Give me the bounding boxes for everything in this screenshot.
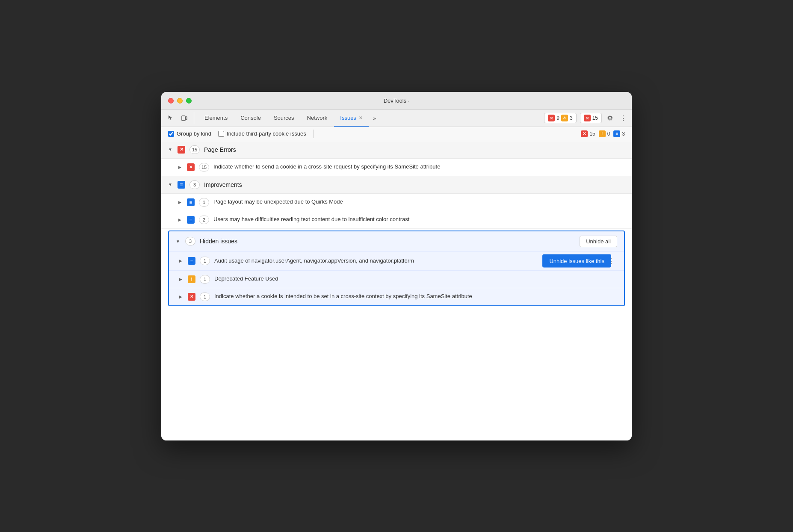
issue-error-icon: ✕: [187, 163, 195, 171]
hidden-issues-section: ▼ 3 Hidden issues Unhide all ▶ ≡ 1 Audit…: [168, 231, 625, 306]
third-party-checkbox-group: Include third-party cookie issues: [218, 130, 306, 137]
hidden-issue-chevron-2: ▶: [179, 295, 183, 299]
imp-count-0: 1: [199, 198, 209, 207]
improvements-title: Improvements: [204, 181, 242, 188]
hidden-issue-count-1: 1: [200, 275, 210, 284]
hidden-issue-count-2: 1: [200, 293, 210, 301]
improvements-section-header[interactable]: ▼ ≡ 3 Improvements: [161, 176, 632, 194]
minimize-button[interactable]: [177, 98, 183, 103]
filter-info-icon: ≡: [613, 130, 620, 137]
issues-badge-icon: ✕: [584, 115, 591, 121]
filter-info-badge[interactable]: ≡ 3: [613, 130, 625, 137]
traffic-lights: [168, 98, 192, 103]
hidden-chevron: ▼: [176, 239, 181, 244]
error-badge-icon: ✕: [548, 115, 555, 121]
inspect-icon[interactable]: [165, 112, 177, 124]
filter-error-icon: ✕: [581, 130, 588, 137]
hidden-issues-header[interactable]: ▼ 3 Hidden issues Unhide all: [169, 231, 624, 251]
hidden-issue-2[interactable]: ▶ ✕ 1 Indicate whether a cookie is inten…: [169, 288, 624, 305]
tab-close-issues[interactable]: ✕: [359, 115, 363, 121]
improvement-text-0: Page layout may be unexpected due to Qui…: [213, 198, 625, 206]
toolbar: Elements Console Sources Network Issues …: [161, 110, 632, 127]
hidden-count: 3: [185, 237, 195, 245]
group-by-kind-label: Group by kind: [177, 130, 211, 137]
issue-info-icon-1: ≡: [187, 216, 195, 224]
maximize-button[interactable]: [186, 98, 192, 103]
hidden-issue-count-0: 1: [200, 257, 210, 265]
hidden-issue-text-2: Indicate whether a cookie is intended to…: [214, 293, 617, 300]
improvements-icon: ≡: [178, 181, 185, 189]
filter-warning-icon: !: [599, 130, 606, 137]
issue-text-0: Indicate whether to send a cookie in a c…: [213, 163, 625, 171]
filter-badges: ✕ 15 ! 0 ≡ 3: [581, 130, 625, 137]
hidden-warning-icon-1: !: [188, 275, 195, 283]
group-by-kind-checkbox[interactable]: [168, 131, 174, 137]
hidden-issue-chevron-1: ▶: [179, 277, 183, 281]
hidden-error-icon-2: ✕: [188, 293, 195, 301]
filter-error-badge[interactable]: ✕ 15: [581, 130, 595, 137]
error-badge-count: 9: [556, 115, 559, 121]
error-badge-group[interactable]: ✕ 9 ⚠ 3: [544, 113, 576, 123]
close-button[interactable]: [168, 98, 174, 103]
toolbar-right: ✕ 9 ⚠ 3 ✕ 15 ⚙ ⋮: [544, 112, 628, 124]
more-options-icon[interactable]: ⋮: [618, 112, 628, 124]
window-title: DevTools ·: [384, 98, 410, 104]
hidden-issues-wrapper: ▼ 3 Hidden issues Unhide all ▶ ≡ 1 Audit…: [165, 231, 628, 306]
tab-network[interactable]: Network: [301, 109, 334, 127]
issues-badge-count: 15: [592, 115, 598, 121]
device-icon[interactable]: [178, 112, 190, 124]
devtools-window: DevTools · Elements Console Sources: [161, 92, 632, 440]
tab-issues[interactable]: Issues ✕: [334, 109, 369, 127]
page-errors-section-header[interactable]: ▼ ✕ 15 Page Errors: [161, 141, 632, 159]
issue-chevron-imp1: ▶: [178, 218, 183, 222]
svg-rect-0: [182, 116, 185, 121]
issue-chevron-imp0: ▶: [178, 200, 183, 204]
hidden-issue-1[interactable]: ▶ ! 1 Deprecated Feature Used: [169, 270, 624, 288]
improvement-text-1: Users may have difficulties reading text…: [213, 216, 625, 223]
improvements-count: 3: [189, 180, 200, 189]
third-party-checkbox[interactable]: [218, 131, 224, 137]
svg-rect-1: [186, 117, 187, 120]
toolbar-icons: [165, 112, 194, 124]
imp-count-1: 2: [199, 216, 209, 224]
warning-badge-icon: ⚠: [561, 115, 568, 121]
hidden-issue-0[interactable]: ▶ ≡ 1 Audit usage of navigator.userAgent…: [169, 251, 624, 270]
hidden-title: Hidden issues: [200, 238, 237, 245]
third-party-label: Include third-party cookie issues: [227, 130, 306, 137]
filter-divider: [313, 130, 314, 138]
tab-sources[interactable]: Sources: [268, 109, 300, 127]
tab-more-button[interactable]: »: [370, 109, 379, 127]
filter-warning-badge[interactable]: ! 0: [599, 130, 610, 137]
group-by-kind-checkbox-group: Group by kind: [168, 130, 211, 137]
page-errors-title: Page Errors: [204, 146, 236, 153]
settings-icon[interactable]: ⚙: [605, 112, 615, 124]
hidden-issue-chevron-0: ▶: [179, 259, 183, 263]
issues-badge-group[interactable]: ✕ 15: [580, 113, 602, 123]
issue-info-icon-0: ≡: [187, 198, 195, 206]
tab-elements[interactable]: Elements: [198, 109, 234, 127]
page-errors-icon: ✕: [178, 146, 185, 154]
page-errors-chevron: ▼: [168, 147, 173, 152]
issue-count-0: 15: [199, 163, 209, 171]
hidden-info-icon-0: ≡: [188, 257, 195, 265]
tab-console[interactable]: Console: [234, 109, 267, 127]
warning-badge-count: 3: [570, 115, 573, 121]
filter-bar: Group by kind Include third-party cookie…: [161, 127, 632, 141]
unhide-tooltip[interactable]: Unhide issues like this: [542, 254, 611, 268]
titlebar: DevTools ·: [161, 92, 632, 110]
page-error-item-0[interactable]: ▶ ✕ 15 Indicate whether to send a cookie…: [161, 159, 632, 176]
improvements-chevron: ▼: [168, 182, 173, 187]
improvement-item-1[interactable]: ▶ ≡ 2 Users may have difficulties readin…: [161, 211, 632, 229]
issue-chevron: ▶: [178, 165, 183, 169]
issues-content: ▼ ✕ 15 Page Errors ▶ ✕ 15 Indicate wheth…: [161, 141, 632, 440]
hidden-issue-text-1: Deprecated Feature Used: [214, 275, 617, 283]
page-errors-count: 15: [189, 145, 200, 154]
unhide-all-button[interactable]: Unhide all: [580, 236, 617, 247]
improvement-item-0[interactable]: ▶ ≡ 1 Page layout may be unexpected due …: [161, 194, 632, 211]
